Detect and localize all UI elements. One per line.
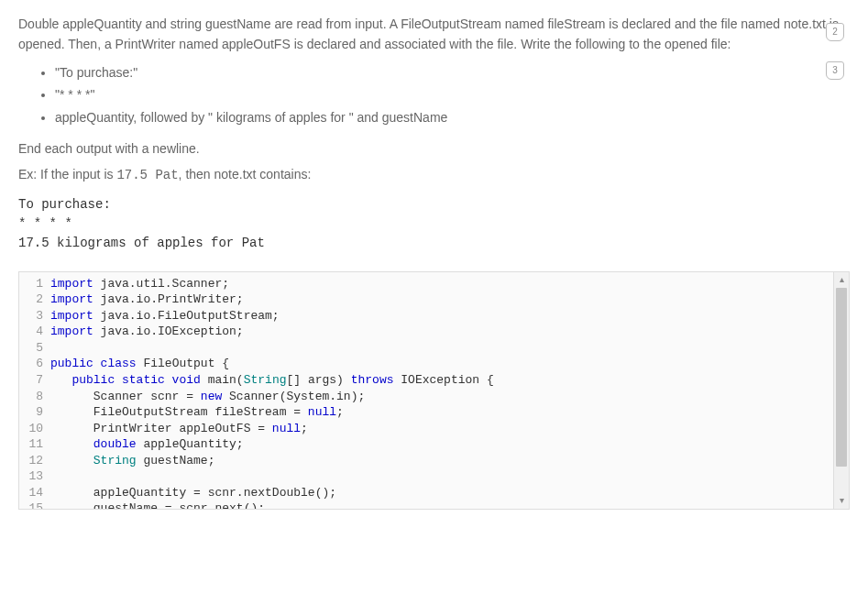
list-item: appleQuantity, followed by " kilograms o… xyxy=(55,107,850,127)
code-editor[interactable]: 1import java.util.Scanner;2import java.i… xyxy=(18,271,850,510)
example-input: 17.5 Pat xyxy=(116,168,178,182)
code-line[interactable]: 8 Scanner scnr = new Scanner(System.in); xyxy=(19,389,849,405)
code-line[interactable]: 15 guestName = scnr.next(); xyxy=(19,500,849,508)
line-number: 2 xyxy=(19,292,50,308)
line-number: 7 xyxy=(19,372,50,389)
example-tail: , then note.txt contains: xyxy=(179,167,312,182)
code-line[interactable]: 14 appleQuantity = scnr.nextDouble(); xyxy=(19,485,849,501)
code-line[interactable]: 2import java.io.PrintWriter; xyxy=(19,292,849,308)
line-number: 11 xyxy=(19,436,50,453)
progress-badge-3[interactable]: 3 xyxy=(826,61,844,83)
shield-icon: 3 xyxy=(826,61,844,80)
code-content[interactable]: double appleQuantity; xyxy=(50,436,244,453)
badge-label: 3 xyxy=(832,63,838,78)
code-line[interactable]: 3import java.io.FileOutputStream; xyxy=(19,308,849,324)
problem-statement: Double appleQuantity and string guestNam… xyxy=(18,14,850,186)
example-label-text: Ex: If the input is xyxy=(18,167,116,182)
line-number: 1 xyxy=(19,276,50,292)
problem-para1: Double appleQuantity and string guestNam… xyxy=(18,14,850,55)
scroll-up-icon[interactable]: ▴ xyxy=(834,272,849,288)
line-number: 14 xyxy=(19,485,50,501)
line-number: 3 xyxy=(19,308,50,324)
code-line[interactable]: 4import java.io.IOException; xyxy=(19,324,849,340)
code-line[interactable]: 7 public static void main(String[] args)… xyxy=(19,372,849,389)
line-number: 8 xyxy=(19,389,50,405)
code-line[interactable]: 11 double appleQuantity; xyxy=(19,436,849,453)
code-line[interactable]: 5 xyxy=(19,340,849,357)
list-item: "* * * *" xyxy=(55,84,850,104)
code-content[interactable]: import java.io.FileOutputStream; xyxy=(50,308,280,324)
requirements-list: "To purchase:" "* * * *" appleQuantity, … xyxy=(55,62,850,127)
line-number: 6 xyxy=(19,356,50,372)
code-line[interactable]: 1import java.util.Scanner; xyxy=(19,276,849,292)
code-content[interactable]: String guestName; xyxy=(50,453,214,469)
code-line[interactable]: 10 PrintWriter appleOutFS = null; xyxy=(19,421,849,437)
code-line[interactable]: 12 String guestName; xyxy=(19,453,849,469)
code-content[interactable]: public class FileOutput { xyxy=(50,356,229,372)
problem-para2: End each output with a newline. xyxy=(18,138,850,159)
line-number: 9 xyxy=(19,404,50,421)
line-number: 4 xyxy=(19,324,50,340)
progress-badge-2[interactable]: 2 xyxy=(826,23,844,45)
line-number: 12 xyxy=(19,453,50,469)
line-number: 5 xyxy=(19,340,50,357)
code-content[interactable]: import java.util.Scanner; xyxy=(50,276,229,292)
code-content[interactable]: PrintWriter appleOutFS = null; xyxy=(50,421,308,437)
scrollbar[interactable]: ▴ ▾ xyxy=(833,272,849,509)
code-content[interactable]: FileOutputStream fileStream = null; xyxy=(50,404,344,421)
line-number: 13 xyxy=(19,468,50,485)
badge-label: 2 xyxy=(832,25,838,39)
code-line[interactable]: 9 FileOutputStream fileStream = null; xyxy=(19,404,849,421)
list-item: "To purchase:" xyxy=(55,62,850,82)
line-number: 10 xyxy=(19,421,50,437)
scroll-down-icon[interactable]: ▾ xyxy=(834,493,849,509)
code-content[interactable]: appleQuantity = scnr.nextDouble(); xyxy=(50,485,336,501)
code-content[interactable]: import java.io.IOException; xyxy=(50,324,244,340)
scroll-thumb[interactable] xyxy=(836,288,847,467)
code-content[interactable]: Scanner scnr = new Scanner(System.in); xyxy=(50,389,365,405)
code-lines[interactable]: 1import java.util.Scanner;2import java.i… xyxy=(19,272,849,509)
code-line[interactable]: 6public class FileOutput { xyxy=(19,356,849,372)
example-label: Ex: If the input is 17.5 Pat, then note.… xyxy=(18,164,850,185)
line-number: 15 xyxy=(19,500,50,508)
side-badges: 2 3 xyxy=(826,23,844,83)
code-line[interactable]: 13 xyxy=(19,468,849,485)
code-content[interactable]: import java.io.PrintWriter; xyxy=(50,292,244,308)
example-output: To purchase: * * * * 17.5 kilograms of a… xyxy=(18,195,850,253)
page-wrap: 2 3 Double appleQuantity and string gues… xyxy=(18,14,850,510)
code-content[interactable]: public static void main(String[] args) t… xyxy=(50,372,494,389)
shield-icon: 2 xyxy=(826,23,844,41)
code-content[interactable]: guestName = scnr.next(); xyxy=(50,500,265,508)
